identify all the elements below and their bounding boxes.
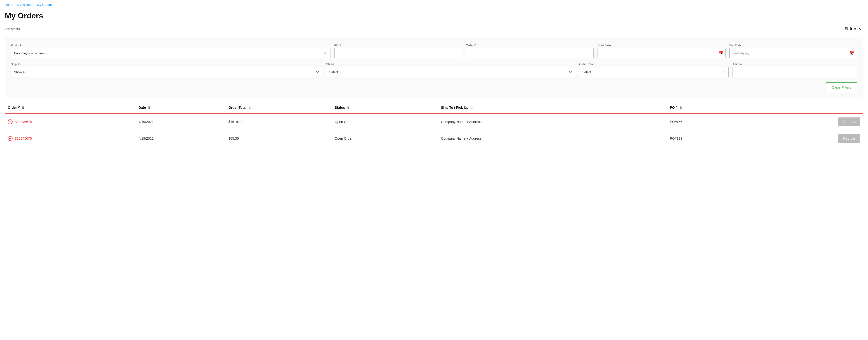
- clear-filters-row: Clear Filters: [11, 81, 857, 92]
- plus-circle-icon-0: +: [8, 120, 12, 124]
- cell-action-0: Reorder: [765, 113, 863, 130]
- status-select[interactable]: Select: [326, 67, 575, 77]
- order-total-select[interactable]: Select: [579, 67, 728, 77]
- status-filter-group: Status Select: [326, 63, 575, 77]
- order-num-input[interactable]: [466, 48, 594, 58]
- breadcrumb: Home / My Account / My Orders: [0, 0, 868, 9]
- start-date-wrap: 01/20/2021 📅: [597, 48, 725, 58]
- filters-button[interactable]: Filters ▿: [843, 25, 863, 32]
- page-header: My Orders: [0, 9, 868, 24]
- cell-ship-to-1: Company Name + Address: [438, 130, 667, 147]
- breadcrumb-my-account[interactable]: My Account: [17, 3, 33, 6]
- orders-tbody: + S12345678 4/19/2021 $1519.12 Open Orde…: [5, 113, 863, 147]
- filter-row-1: Product Enter keyword or item # PO # Ord…: [11, 44, 857, 58]
- end-date-input[interactable]: [730, 48, 857, 58]
- product-filter-group: Product Enter keyword or item #: [11, 44, 331, 58]
- cell-status-0: Open Order: [332, 113, 438, 130]
- col-header-status[interactable]: Status ⇅: [332, 102, 438, 113]
- cell-order-total-1: $65.35: [225, 130, 332, 147]
- cell-order-num-0: + S12345678: [5, 113, 136, 130]
- col-header-order-num[interactable]: Order # ⇅: [5, 102, 136, 113]
- cell-date-1: 4/19/2021: [136, 130, 226, 147]
- reorder-button-0[interactable]: Reorder: [838, 117, 860, 126]
- ship-to-select[interactable]: Show All: [11, 67, 322, 77]
- filter-row-2: Ship To Show All Status Select Order Tot…: [11, 63, 857, 77]
- ship-to-label: Ship To: [11, 63, 322, 66]
- col-header-action: [765, 102, 863, 113]
- orders-count-label: 256 orders: [5, 27, 20, 31]
- table-row: + S12345676 4/19/2021 $65.35 Open Order …: [5, 130, 863, 147]
- end-date-wrap: 📅: [730, 48, 857, 58]
- order-total-filter-group: Order Total Select: [579, 63, 728, 77]
- sort-icon-po-num: ⇅: [680, 106, 682, 109]
- breadcrumb-home[interactable]: Home: [5, 3, 13, 6]
- cell-date-0: 4/19/2021: [136, 113, 226, 130]
- amount-label: Amount: [733, 63, 857, 66]
- start-date-label: Start Date: [597, 44, 725, 47]
- order-num-label: Order #: [466, 44, 594, 47]
- orders-count-bar: 256 orders Filters ▿: [0, 24, 868, 34]
- table-row: + S12345678 4/19/2021 $1519.12 Open Orde…: [5, 113, 863, 130]
- po-input[interactable]: [334, 48, 462, 58]
- status-label: Status: [326, 63, 575, 66]
- order-total-label: Order Total: [579, 63, 728, 66]
- sort-icon-ship-to: ⇅: [470, 106, 473, 109]
- order-link-1[interactable]: + S12345676: [8, 136, 133, 141]
- sort-icon-order-total: ⇅: [248, 106, 251, 109]
- end-date-label: End Date: [730, 44, 857, 47]
- filters-label: Filters: [844, 26, 858, 31]
- filter-icon: ▿: [859, 26, 861, 31]
- sort-icon-status: ⇅: [347, 106, 349, 109]
- cell-po-num-0: PO#456: [667, 113, 765, 130]
- cell-status-1: Open Order: [332, 130, 438, 147]
- amount-input[interactable]: 0: [733, 67, 857, 77]
- sort-icon-order-num: ⇅: [22, 106, 24, 109]
- cell-order-num-1: + S12345676: [5, 130, 136, 147]
- col-header-date[interactable]: Date ⇅: [136, 102, 226, 113]
- breadcrumb-sep-1: /: [15, 3, 16, 6]
- col-header-ship-to[interactable]: Ship To / Pick Up ⇅: [438, 102, 667, 113]
- plus-circle-icon-1: +: [8, 136, 12, 141]
- product-select[interactable]: Enter keyword or item #: [11, 48, 331, 58]
- cell-order-total-0: $1519.12: [225, 113, 332, 130]
- filter-panel: Product Enter keyword or item # PO # Ord…: [5, 37, 863, 97]
- cell-ship-to-0: Company Name + Address: [438, 113, 667, 130]
- cell-po-num-1: PO#123: [667, 130, 765, 147]
- order-link-0[interactable]: + S12345678: [8, 120, 133, 124]
- start-date-filter-group: Start Date 01/20/2021 📅: [597, 44, 725, 58]
- sort-icon-date: ⇅: [148, 106, 150, 109]
- col-header-order-total[interactable]: Order Total ⇅: [225, 102, 332, 113]
- order-num-value-1: S12345676: [14, 137, 32, 140]
- order-num-value-0: S12345678: [14, 120, 32, 124]
- clear-filters-button[interactable]: Clear Filters: [826, 82, 857, 92]
- amount-filter-group: Amount 0: [733, 63, 857, 77]
- reorder-button-1[interactable]: Reorder: [838, 134, 860, 143]
- orders-table-wrap: Order # ⇅ Date ⇅ Order Total ⇅ Status ⇅ …: [5, 102, 863, 147]
- orders-table: Order # ⇅ Date ⇅ Order Total ⇅ Status ⇅ …: [5, 102, 863, 147]
- product-label: Product: [11, 44, 331, 47]
- end-date-filter-group: End Date 📅: [730, 44, 857, 58]
- breadcrumb-current: My Orders: [37, 3, 52, 6]
- ship-to-filter-group: Ship To Show All: [11, 63, 322, 77]
- start-date-input[interactable]: 01/20/2021: [597, 48, 725, 58]
- col-header-po-num[interactable]: PO # ⇅: [667, 102, 765, 113]
- breadcrumb-sep-2: /: [35, 3, 36, 6]
- table-header: Order # ⇅ Date ⇅ Order Total ⇅ Status ⇅ …: [5, 102, 863, 113]
- order-num-filter-group: Order #: [466, 44, 594, 58]
- page-title: My Orders: [5, 11, 863, 20]
- cell-action-1: Reorder: [765, 130, 863, 147]
- po-label: PO #: [334, 44, 462, 47]
- po-filter-group: PO #: [334, 44, 462, 58]
